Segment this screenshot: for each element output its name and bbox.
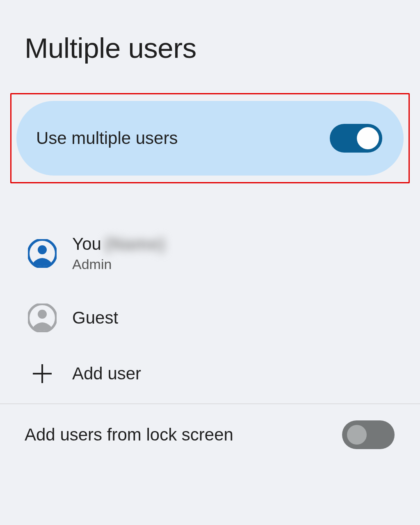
user-subtitle: Admin (72, 256, 165, 272)
highlighted-section: Use multiple users (10, 93, 410, 183)
use-multiple-users-row[interactable]: Use multiple users (16, 101, 404, 176)
user-filled-icon (28, 239, 57, 268)
user-list: You (Name) Admin Guest (0, 224, 420, 399)
svg-point-3 (38, 310, 47, 319)
plus-icon (32, 363, 52, 384)
add-users-lock-screen-row[interactable]: Add users from lock screen (0, 404, 420, 466)
svg-point-1 (38, 245, 47, 254)
user-outline-icon (28, 304, 57, 332)
add-users-lock-screen-label: Add users from lock screen (25, 425, 233, 445)
user-name: Guest (72, 308, 118, 328)
toggle-thumb-icon (357, 127, 379, 149)
user-row-you[interactable]: You (Name) Admin (0, 224, 420, 288)
use-multiple-users-toggle[interactable] (330, 124, 382, 153)
use-multiple-users-label: Use multiple users (36, 128, 178, 148)
user-row-guest[interactable]: Guest (0, 288, 420, 348)
toggle-thumb-icon (347, 425, 367, 445)
page-title: Multiple users (0, 0, 420, 64)
add-user-label: Add user (72, 364, 141, 383)
add-user-row[interactable]: Add user (0, 348, 420, 399)
user-name-redacted: (Name) (105, 234, 165, 254)
add-users-lock-screen-toggle[interactable] (342, 420, 395, 449)
user-name: You (72, 234, 101, 254)
